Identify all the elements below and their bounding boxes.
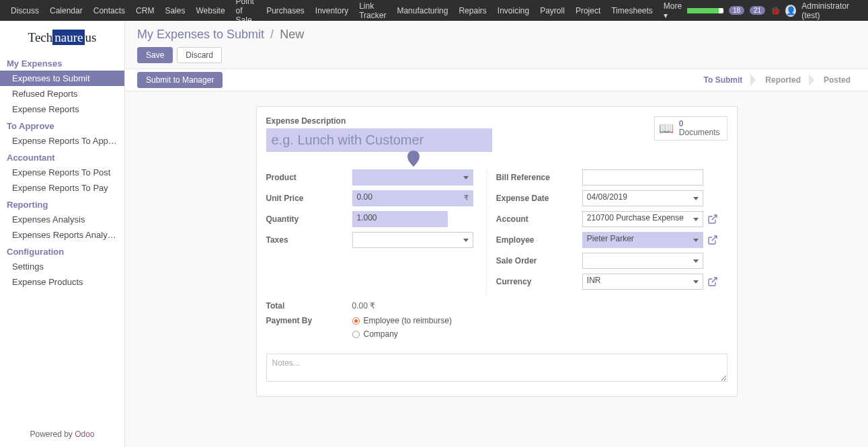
avatar[interactable]: 👤 [785,5,796,17]
messages-badge[interactable]: 18 [729,6,744,15]
sidebar-item-expense-products[interactable]: Expense Products [7,274,118,290]
currency-select[interactable]: INR [582,274,703,290]
menu-project[interactable]: Project [570,0,606,21]
menu-sales[interactable]: Sales [159,0,190,21]
sidebar-item-reports-to-pay[interactable]: Expense Reports To Pay [7,180,118,196]
documents-button[interactable]: 📖 0 Documents [654,116,727,140]
breadcrumb-sep: / [268,28,276,41]
svg-line-2 [711,278,716,282]
employee-select[interactable]: Pieter Parker [582,232,703,248]
product-label: Product [266,173,352,182]
total-label: Total [266,301,352,311]
sidebar-item-expenses-to-submit[interactable]: Expenses to Submit [0,71,124,86]
discard-button[interactable]: Discard [177,47,222,63]
sidebar-item-reports-to-approve[interactable]: Expense Reports To Appr… [7,133,118,149]
sidebar: Technaureus My Expenses Expenses to Subm… [0,21,125,447]
status-reported[interactable]: Reported [752,72,810,88]
pointer-icon [407,151,420,167]
menu-payroll[interactable]: Payroll [535,0,570,21]
menu-crm[interactable]: CRM [130,0,159,21]
breadcrumb: My Expenses to Submit / New [137,28,856,42]
chat-badge[interactable]: 21 [750,6,765,15]
sidebar-head-toapprove[interactable]: To Approve [7,117,118,133]
currency-external-link-icon[interactable] [707,276,718,287]
expense-description-input[interactable] [266,128,492,152]
product-select[interactable] [352,169,473,186]
status-bar: To Submit Reported Posted [691,72,868,88]
progress-indicator [687,8,723,13]
notes-textarea[interactable] [266,354,727,382]
taxes-select[interactable] [352,232,473,248]
breadcrumb-current: New [280,28,304,41]
menu-pos[interactable]: Point of Sale [231,0,262,21]
svg-line-1 [711,236,716,241]
documents-label: Documents [679,128,720,137]
employee-external-link-icon[interactable] [707,235,718,245]
quantity-input[interactable]: 1.000 [352,211,448,227]
quantity-label: Quantity [266,214,352,224]
status-to-submit[interactable]: To Submit [691,72,752,88]
payment-employee-radio[interactable]: Employee (to reimburse) [352,316,452,325]
menu-purchases[interactable]: Purchases [261,0,310,21]
sidebar-item-expense-reports-analysis[interactable]: Expenses Reports Analysis [7,227,118,243]
menu-repairs[interactable]: Repairs [453,0,491,21]
main: My Expenses to Submit / New Save Discard… [125,21,868,447]
menu-contacts[interactable]: Contacts [88,0,130,21]
sale-order-label: Sale Order [496,256,582,266]
logo-suffix: us [85,30,96,44]
top-navbar: Discuss Calendar Contacts CRM Sales Webs… [0,0,868,21]
status-posted[interactable]: Posted [810,72,860,88]
sidebar-footer: Powered by Odoo [0,423,124,447]
documents-count: 0 [679,120,720,128]
menu-bar: Discuss Calendar Contacts CRM Sales Webs… [5,0,687,21]
expense-date-input[interactable]: 04/08/2019 [582,190,703,206]
logo-mid: naure [52,30,85,45]
save-button[interactable]: Save [137,47,173,63]
menu-linktracker[interactable]: Link Tracker [354,0,391,21]
breadcrumb-root[interactable]: My Expenses to Submit [137,28,264,41]
account-external-link-icon[interactable] [707,214,718,225]
sidebar-head-reporting[interactable]: Reporting [7,196,118,212]
bill-reference-input[interactable] [582,169,703,186]
total-value: 0.00 ₹ [352,301,376,311]
sidebar-head-configuration[interactable]: Configuration [7,243,118,259]
menu-invoicing[interactable]: Invoicing [492,0,535,21]
menu-more[interactable]: More ▾ [658,0,687,21]
form-sheet: 📖 0 Documents Expense Description Produc… [256,106,738,397]
radio-on-icon [352,317,360,325]
sidebar-head-myexpenses[interactable]: My Expenses [7,54,118,71]
payment-by-label: Payment By [266,316,352,339]
debug-icon[interactable]: 🐞 [771,6,780,15]
expense-date-label: Expense Date [496,194,582,203]
sidebar-item-expenses-analysis[interactable]: Expenses Analysis [7,212,118,227]
taxes-label: Taxes [266,235,352,245]
sidebar-item-refused-reports[interactable]: Refused Reports [7,86,118,101]
menu-website[interactable]: Website [190,0,230,21]
menu-discuss[interactable]: Discuss [5,0,44,21]
documents-icon: 📖 [659,121,674,136]
radio-off-icon [352,331,360,338]
currency-label: Currency [496,277,582,286]
account-select[interactable]: 210700 Purchase Expense [582,211,703,227]
unit-price-input[interactable]: 0.00 [352,190,473,206]
menu-timesheets[interactable]: Timesheets [606,0,658,21]
logo-prefix: Tech [28,30,53,44]
sidebar-item-settings[interactable]: Settings [7,259,118,274]
employee-label: Employee [496,235,582,245]
sale-order-select[interactable] [582,253,703,269]
logo: Technaureus [0,21,124,54]
powered-by-link[interactable]: Odoo [75,430,94,439]
menu-inventory[interactable]: Inventory [310,0,354,21]
svg-line-0 [711,215,716,220]
submit-to-manager-button[interactable]: Submit to Manager [137,72,223,88]
menu-manufacturing[interactable]: Manufacturing [391,0,453,21]
unit-price-label: Unit Price [266,194,352,203]
sidebar-item-reports-to-post[interactable]: Expense Reports To Post [7,165,118,180]
sidebar-head-accountant[interactable]: Accountant [7,149,118,165]
payment-company-radio[interactable]: Company [352,329,452,339]
menu-calendar[interactable]: Calendar [44,0,88,21]
account-label: Account [496,214,582,224]
sidebar-item-expense-reports[interactable]: Expense Reports [7,101,118,117]
bill-reference-label: Bill Reference [496,173,582,182]
user-label[interactable]: Administrator (test) [801,1,863,20]
